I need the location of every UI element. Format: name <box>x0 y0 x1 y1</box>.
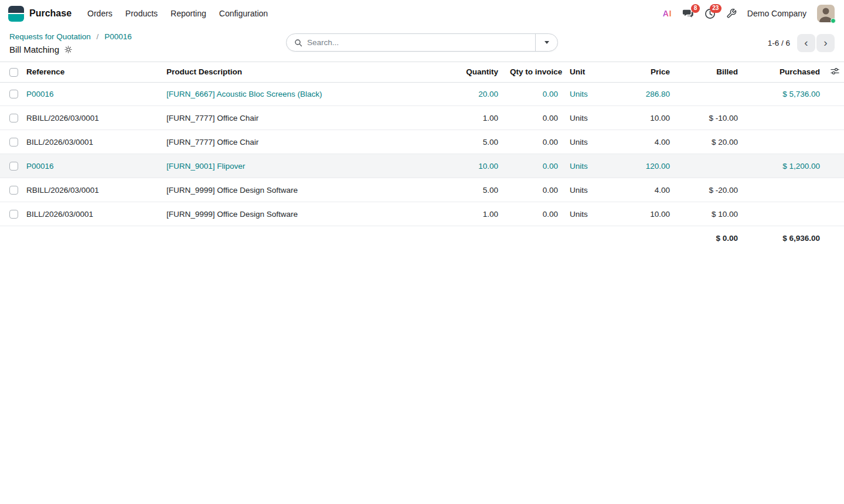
row-unit: Units <box>564 130 621 154</box>
row-purchased <box>744 130 826 154</box>
row-qty-to-invoice: 0.00 <box>504 154 564 178</box>
ai-icon[interactable]: AI <box>663 9 672 18</box>
row-price: 120.00 <box>621 154 676 178</box>
sliders-icon <box>831 67 839 76</box>
header-billed[interactable]: Billed <box>676 62 744 82</box>
header-product-description[interactable]: Product Description <box>166 62 437 82</box>
page-title: Bill Matching <box>9 45 59 55</box>
search-input[interactable] <box>302 38 535 47</box>
row-purchased <box>744 106 826 130</box>
row-checkbox[interactable] <box>9 114 18 122</box>
caret-down-icon <box>544 41 549 44</box>
row-qty-to-invoice: 0.00 <box>504 106 564 130</box>
table-header-row: Reference Product Description Quantity Q… <box>0 62 844 82</box>
row-reference[interactable]: RBILL/2026/03/0001 <box>26 106 166 130</box>
breadcrumb-p00016[interactable]: P00016 <box>104 32 132 41</box>
table-row[interactable]: BILL/2026/03/0001 [FURN_9999] Office Des… <box>0 202 844 226</box>
top-navbar: Purchase Orders Products Reporting Confi… <box>0 0 844 27</box>
row-checkbox[interactable] <box>9 138 18 147</box>
table-row[interactable]: RBILL/2026/03/0001 [FURN_9999] Office De… <box>0 178 844 202</box>
table-row[interactable]: P00016 [FURN_6667] Acoustic Bloc Screens… <box>0 82 844 106</box>
messages-icon[interactable]: 8 <box>682 8 694 19</box>
row-price: 10.00 <box>621 202 676 226</box>
app-icon-top-stripe <box>8 6 24 15</box>
header-unit[interactable]: Unit <box>564 62 621 82</box>
header-price[interactable]: Price <box>621 62 676 82</box>
row-reference[interactable]: P00016 <box>26 82 166 106</box>
row-quantity: 1.00 <box>437 106 504 130</box>
row-purchased: $ 1,200.00 <box>744 154 826 178</box>
bill-matching-table: Reference Product Description Quantity Q… <box>0 62 844 251</box>
row-product-description[interactable]: [FURN_9999] Office Design Software <box>166 202 437 226</box>
pager-previous-button[interactable]: ‹ <box>797 34 815 52</box>
search-dropdown-toggle[interactable] <box>535 34 557 51</box>
row-checkbox[interactable] <box>9 162 18 171</box>
select-all-checkbox[interactable] <box>9 68 18 77</box>
row-reference[interactable]: P00016 <box>26 154 166 178</box>
row-quantity: 20.00 <box>437 82 504 106</box>
row-billed <box>676 82 744 106</box>
row-purchased: $ 5,736.00 <box>744 82 826 106</box>
purchase-app-icon[interactable] <box>8 6 24 22</box>
row-product-description[interactable]: [FURN_7777] Office Chair <box>166 106 437 130</box>
chevron-right-icon: › <box>823 37 827 48</box>
row-checkbox[interactable] <box>9 90 18 98</box>
row-price: 4.00 <box>621 178 676 202</box>
breadcrumb-separator: / <box>97 32 99 41</box>
row-reference[interactable]: RBILL/2026/03/0001 <box>26 178 166 202</box>
menu-configuration[interactable]: Configuration <box>213 5 274 22</box>
row-billed: $ 20.00 <box>676 130 744 154</box>
app-icon-bottom-stripe <box>8 14 24 21</box>
row-purchased <box>744 202 826 226</box>
row-checkbox[interactable] <box>9 186 18 195</box>
pager-next-button[interactable]: › <box>816 34 835 52</box>
breadcrumb-requests-for-quotation[interactable]: Requests for Quotation <box>9 32 91 41</box>
row-reference[interactable]: BILL/2026/03/0001 <box>26 202 166 226</box>
control-panel: Requests for Quotation / P00016 Bill Mat… <box>0 27 844 62</box>
row-reference[interactable]: BILL/2026/03/0001 <box>26 130 166 154</box>
row-product-description[interactable]: [FURN_7777] Office Chair <box>166 130 437 154</box>
header-quantity[interactable]: Quantity <box>437 62 504 82</box>
table-row[interactable]: P00016 [FURN_9001] Flipover 10.00 0.00 U… <box>0 154 844 178</box>
table-row[interactable]: RBILL/2026/03/0001 [FURN_7777] Office Ch… <box>0 106 844 130</box>
row-price: 4.00 <box>621 130 676 154</box>
row-unit: Units <box>564 154 621 178</box>
header-qty-to-invoice[interactable]: Qty to invoice <box>504 62 564 82</box>
pager-range: 1-6 / 6 <box>768 39 790 47</box>
row-quantity: 10.00 <box>437 154 504 178</box>
table-row[interactable]: BILL/2026/03/0001 [FURN_7777] Office Cha… <box>0 130 844 154</box>
row-qty-to-invoice: 0.00 <box>504 202 564 226</box>
optional-columns-button[interactable] <box>826 62 844 82</box>
online-status-dot <box>831 18 836 23</box>
user-avatar[interactable] <box>817 5 835 22</box>
row-checkbox[interactable] <box>9 210 18 219</box>
app-name[interactable]: Purchase <box>29 8 72 19</box>
search-bar <box>286 33 558 52</box>
menu-orders[interactable]: Orders <box>81 5 119 22</box>
menu-reporting[interactable]: Reporting <box>164 5 213 22</box>
row-billed: $ -10.00 <box>676 106 744 130</box>
wrench-icon <box>726 8 737 19</box>
billed-total: $ 0.00 <box>676 226 744 251</box>
tools-icon[interactable] <box>726 8 737 19</box>
menu-products[interactable]: Products <box>119 5 164 22</box>
row-qty-to-invoice: 0.00 <box>504 178 564 202</box>
row-quantity: 1.00 <box>437 202 504 226</box>
row-product-description[interactable]: [FURN_6667] Acoustic Bloc Screens (Black… <box>166 82 437 106</box>
row-billed: $ 10.00 <box>676 202 744 226</box>
chevron-left-icon: ‹ <box>804 37 808 48</box>
row-unit: Units <box>564 106 621 130</box>
row-unit: Units <box>564 178 621 202</box>
row-product-description[interactable]: [FURN_9001] Flipover <box>166 154 437 178</box>
header-purchased[interactable]: Purchased <box>744 62 826 82</box>
purchased-total: $ 6,936.00 <box>744 226 826 251</box>
row-quantity: 5.00 <box>437 178 504 202</box>
main-menu: Orders Products Reporting Configuration <box>81 5 274 22</box>
action-menu-gear-icon[interactable] <box>64 46 72 53</box>
activities-badge: 23 <box>710 4 722 13</box>
row-product-description[interactable]: [FURN_9999] Office Design Software <box>166 178 437 202</box>
company-switcher[interactable]: Demo Company <box>747 9 806 18</box>
activities-icon[interactable]: 23 <box>705 8 716 19</box>
header-reference[interactable]: Reference <box>26 62 166 82</box>
row-price: 10.00 <box>621 106 676 130</box>
